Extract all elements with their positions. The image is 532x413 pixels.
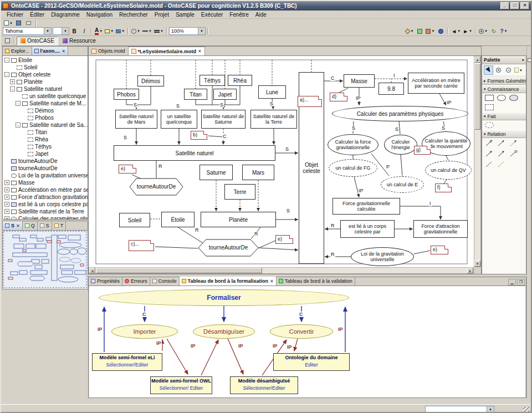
paint-button[interactable]: ▼ xyxy=(425,27,435,35)
menu-executer[interactable]: Exécuter xyxy=(198,11,226,18)
tab-objets-motd[interactable]: Objets.motd xyxy=(89,47,129,55)
maximize-button[interactable]: □ xyxy=(510,2,519,9)
tree-expander[interactable]: + xyxy=(4,209,9,214)
menu-fenetre[interactable]: Fenêtre xyxy=(226,11,252,18)
refresh-button[interactable]: ↻ xyxy=(489,27,498,35)
relation-c-tool[interactable] xyxy=(497,140,506,147)
align-button[interactable]: ▼ xyxy=(154,27,164,35)
concept-node[interactable]: Force gravitationnelle calculée xyxy=(332,198,400,215)
zoom-combo[interactable]: 100%▼ xyxy=(169,27,206,35)
note-tool[interactable]: ▼ xyxy=(514,65,523,75)
note[interactable]: f) xyxy=(435,183,452,192)
tree-item[interactable]: Phobos xyxy=(3,114,88,121)
shape-style-button[interactable]: ▼ xyxy=(131,27,141,35)
instance-node[interactable]: Déimos xyxy=(137,75,164,86)
font-size-combo[interactable]: ▼ xyxy=(53,27,69,35)
font-combo[interactable]: Tahoma▼ xyxy=(3,27,52,35)
tab-dashboard-validation[interactable]: Tableau de bord à la validation xyxy=(277,277,355,285)
tree-expander[interactable]: + xyxy=(4,187,9,192)
nav-back-button[interactable]: ◄▼ xyxy=(451,27,461,35)
perspective-ressource[interactable]: Ressource xyxy=(59,37,99,45)
minimize-view-button[interactable]: ▁ xyxy=(508,279,516,285)
menu-fichier[interactable]: Fichier xyxy=(3,11,27,18)
note[interactable]: c)... xyxy=(129,240,154,251)
model-box-eli[interactable]: Modèle semi-formel eLi Sélectionner/Edit… xyxy=(92,353,162,371)
tree-expander[interactable]: + xyxy=(4,216,9,220)
activity-node[interactable]: Calculer des paramètres physiques xyxy=(332,106,468,121)
fact-node[interactable]: un calcul de QV xyxy=(425,161,472,180)
instance-node[interactable]: Lune xyxy=(258,85,286,99)
instance-node[interactable]: Terre xyxy=(224,184,255,200)
menu-editer[interactable]: Éditer xyxy=(27,11,48,18)
edit-link[interactable]: Editer xyxy=(274,362,349,368)
tree-expander[interactable]: + xyxy=(4,195,9,200)
outline-tab-s1[interactable]: S✕ xyxy=(3,221,23,230)
zoom-out-tool[interactable]: − xyxy=(504,65,513,75)
zoom-in-tool[interactable]: + xyxy=(494,65,503,75)
note[interactable]: e) xyxy=(431,246,448,254)
menu-rechercher[interactable]: Rechercher xyxy=(116,11,151,18)
tree-expander[interactable]: - xyxy=(16,101,21,106)
menu-sample[interactable]: Sample xyxy=(172,11,198,18)
fact-node[interactable]: un calcul de FG xyxy=(329,159,377,177)
horizontal-scrollbar[interactable]: ◄ ► xyxy=(89,267,474,274)
instance-node[interactable]: Phobos xyxy=(114,89,139,100)
concept-node[interactable]: Masse xyxy=(344,74,375,88)
tree-item[interactable]: +est lié à un corps celestre par xyxy=(3,201,88,208)
menu-projet[interactable]: Projet xyxy=(151,11,172,18)
outline-tab-s2[interactable]: S xyxy=(38,221,52,230)
select-edit-link[interactable]: Sélectionner/Editer xyxy=(231,385,298,391)
tab-proprietes[interactable]: Propriétés xyxy=(89,277,122,285)
outline-thumbnail[interactable] xyxy=(2,230,88,289)
run-button[interactable] xyxy=(436,27,445,35)
palette-section-relation[interactable]: ▾Relation xyxy=(482,130,526,138)
tree-expander[interactable]: + xyxy=(4,202,9,207)
tree-expander[interactable]: - xyxy=(10,86,15,91)
tree-item[interactable]: +Planète xyxy=(3,78,88,85)
magic-wand-button[interactable]: ▼ xyxy=(405,27,414,35)
print-button[interactable] xyxy=(24,19,33,27)
importer-activity[interactable]: Importer xyxy=(111,324,178,339)
tree-item[interactable]: Déimos xyxy=(3,107,88,114)
palette-section-connaissance[interactable]: ▾Connaissance xyxy=(482,85,526,93)
tree-item[interactable]: +Satellite naturel de la Terre xyxy=(3,208,88,215)
collapse-palette-icon[interactable]: ▸ xyxy=(522,58,524,62)
close-icon[interactable]: ✕ xyxy=(62,49,65,54)
minimize-button[interactable]: _ xyxy=(500,2,509,9)
tree-item[interactable]: -Satellite naturel de M... xyxy=(3,100,88,107)
note[interactable]: d) xyxy=(330,93,347,101)
palette-header[interactable]: Palette▸ xyxy=(482,56,526,64)
outline-tab-t[interactable]: T xyxy=(52,221,66,230)
activity-shape-tool[interactable] xyxy=(497,95,506,101)
tab-erreurs[interactable]: Erreurs xyxy=(122,277,150,285)
vertical-scrollbar[interactable]: ▲ ▼ xyxy=(474,56,481,267)
concept-node[interactable]: Satellite naturel xyxy=(114,145,275,161)
restore-view-icon[interactable] xyxy=(528,58,531,62)
tree-item[interactable]: Rhéa xyxy=(3,136,88,143)
model-box-desambiguise[interactable]: Modèle désambiguïsé Sélectionner/Editer xyxy=(230,376,298,394)
tab-taxonomy[interactable]: l'axon....✕ xyxy=(32,47,68,55)
law-node[interactable]: Loi de la gravitation universelle xyxy=(351,247,414,266)
convertir-activity[interactable]: Convertir xyxy=(270,324,333,339)
instance-node[interactable]: Saturne xyxy=(200,165,233,180)
tab-lesystemesolaire-motd[interactable]: *LeSystèmeSolaire.motd✕ xyxy=(129,47,205,55)
concept-node[interactable]: Accélération en mètre par seconde carrée xyxy=(408,73,464,94)
tree-expander[interactable]: + xyxy=(4,180,9,185)
tree-expander[interactable]: - xyxy=(4,58,9,63)
maximize-view-button[interactable]: ❒ xyxy=(517,279,525,285)
law-shape-tool[interactable] xyxy=(509,95,518,101)
note[interactable]: g) xyxy=(414,146,431,155)
fact-node[interactable]: un calcul de E xyxy=(381,176,424,193)
select-edit-link[interactable]: Sélectionner/ Editer xyxy=(151,385,212,391)
relation-node[interactable]: est lié à un corps celestre par xyxy=(340,220,395,238)
tree-item[interactable]: un satellite quelconque xyxy=(3,93,88,100)
activity-node[interactable]: Calculer la force gravitationnelle xyxy=(328,134,378,155)
instance-node[interactable]: Mars xyxy=(242,165,274,180)
tree-item[interactable]: +Calculer des paramètres physiq... xyxy=(3,215,88,220)
model-box-owl[interactable]: Modèle semi-formel OWL Sélectionner/ Edi… xyxy=(150,376,212,394)
tree-item[interactable]: tourneAutourDe xyxy=(3,157,88,165)
tree-item[interactable]: Loi de la gravitation universelle xyxy=(3,172,88,179)
note[interactable]: e) xyxy=(119,165,136,174)
perspective-ontocase[interactable]: OntoCASE xyxy=(17,37,58,45)
fast-view-strip[interactable] xyxy=(526,46,532,399)
